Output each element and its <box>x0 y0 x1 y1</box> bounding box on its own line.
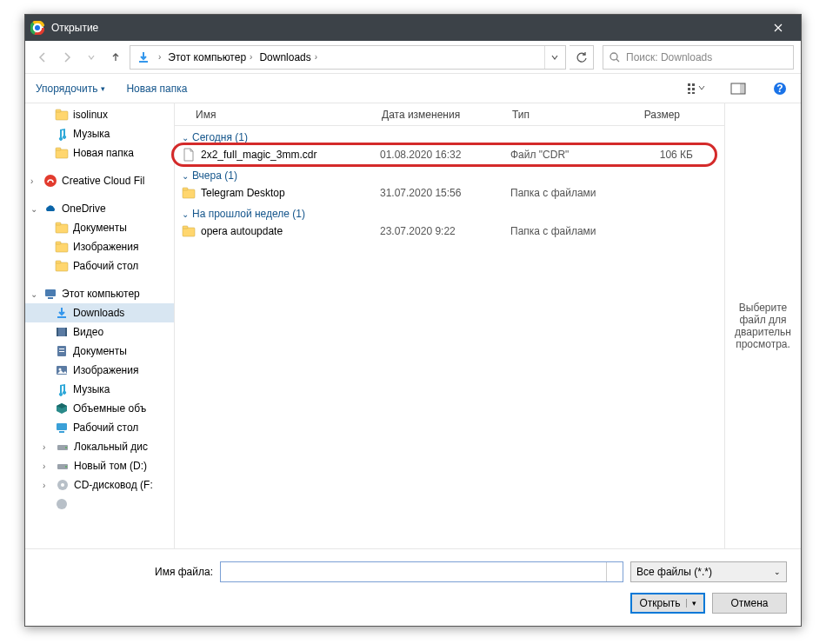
footer: Имя файла: Все файлы (*.*) ⌄ Открыть ▾ О… <box>25 548 801 626</box>
new-folder-button[interactable]: Новая папка <box>126 83 187 95</box>
search-input[interactable]: Поиск: Downloads <box>603 45 794 70</box>
svg-rect-20 <box>56 148 61 150</box>
file-icon <box>182 148 196 162</box>
tree-3d-objects[interactable]: Объемные объ <box>25 399 174 418</box>
svg-rect-8 <box>688 88 690 90</box>
svg-rect-22 <box>56 224 68 233</box>
svg-rect-7 <box>688 83 690 86</box>
svg-point-44 <box>65 466 67 468</box>
tree-od-desktop[interactable]: Рабочий стол <box>25 256 174 276</box>
tree-music-2[interactable]: Музыка <box>25 380 174 399</box>
tree-this-pc[interactable]: ⌄Этот компьютер <box>25 284 174 303</box>
svg-rect-28 <box>45 289 56 296</box>
nav-row: › Этот компьютер› Downloads› Поиск: Down… <box>25 41 801 74</box>
folder-icon <box>182 186 196 200</box>
svg-rect-5 <box>139 61 148 63</box>
svg-rect-12 <box>692 92 695 94</box>
col-type[interactable]: Тип <box>505 109 618 121</box>
svg-rect-36 <box>59 351 64 352</box>
cancel-button[interactable]: Отмена <box>712 593 787 614</box>
open-button[interactable]: Открыть ▾ <box>630 593 705 614</box>
titlebar: Открытие <box>25 15 801 41</box>
search-icon <box>609 51 621 63</box>
svg-point-4 <box>35 25 40 30</box>
tree-desktop[interactable]: Рабочий стол <box>25 418 174 437</box>
organize-menu[interactable]: Упорядочить▾ <box>36 83 105 95</box>
open-dialog: Открытие › Этот компьютер› Downloads› По… <box>24 14 802 627</box>
svg-point-21 <box>44 175 57 187</box>
svg-rect-35 <box>59 349 64 349</box>
tree-cd-drive[interactable]: ›CD-дисковод (F: <box>25 475 174 495</box>
tree-local-disk[interactable]: ›Локальный дис <box>25 437 174 456</box>
tree-video[interactable]: Видео <box>25 322 174 342</box>
svg-rect-17 <box>56 111 68 120</box>
tree-downloads[interactable]: Downloads <box>25 303 174 322</box>
tree-new-folder[interactable]: Новая папка <box>25 143 174 163</box>
tree-new-volume[interactable]: ›Новый том (D:) <box>25 456 174 475</box>
tree-images[interactable]: Изображения <box>25 361 174 380</box>
svg-text:?: ? <box>776 83 783 95</box>
close-button[interactable] <box>761 15 796 41</box>
tree-creative-cloud[interactable]: ›Creative Cloud Fil <box>25 171 174 190</box>
svg-rect-51 <box>183 226 188 229</box>
tree-od-images[interactable]: Изображения <box>25 237 174 256</box>
folder-opera[interactable]: opera autoupdate 23.07.2020 9:22 Папка с… <box>175 222 724 241</box>
svg-rect-29 <box>48 297 53 299</box>
preview-pane-button[interactable] <box>728 78 749 99</box>
forward-button[interactable] <box>57 47 77 68</box>
crumb-downloads[interactable]: Downloads› <box>256 51 321 63</box>
help-button[interactable]: ? <box>769 78 790 99</box>
tree-more[interactable] <box>25 495 174 514</box>
group-yesterday[interactable]: ⌄Вчера (1) <box>175 164 724 183</box>
view-mode-button[interactable] <box>686 78 707 99</box>
svg-rect-39 <box>57 423 67 430</box>
group-lastweek[interactable]: ⌄На прошлой неделе (1) <box>175 202 724 222</box>
svg-point-38 <box>59 368 62 371</box>
breadcrumb-dropdown[interactable] <box>544 46 563 69</box>
svg-rect-30 <box>57 316 66 318</box>
svg-point-46 <box>61 483 64 487</box>
folder-icon <box>182 224 196 238</box>
svg-rect-33 <box>65 328 67 336</box>
svg-rect-18 <box>56 110 61 112</box>
col-size[interactable]: Размер <box>618 109 688 121</box>
svg-rect-14 <box>740 83 745 94</box>
tree-documents[interactable]: Документы <box>25 342 174 361</box>
crumb-downloads-label: Downloads <box>259 51 310 63</box>
svg-rect-48 <box>183 189 195 198</box>
folder-telegram[interactable]: Telegram Desktop 31.07.2020 15:56 Папка … <box>175 183 724 202</box>
up-button[interactable] <box>105 47 126 68</box>
downloads-location-icon <box>134 48 153 67</box>
col-name[interactable]: Имя <box>175 109 375 121</box>
file-cdr[interactable]: 2x2_full_magic_3mm.cdr 01.08.2020 16:32 … <box>175 145 724 164</box>
col-date[interactable]: Дата изменения <box>375 109 505 121</box>
filetype-filter[interactable]: Все файлы (*.*) ⌄ <box>630 561 787 582</box>
svg-rect-27 <box>56 261 61 263</box>
toolbar: Упорядочить▾ Новая папка ? <box>25 74 801 103</box>
crumb-thispc[interactable]: Этот компьютер› <box>164 51 256 63</box>
new-folder-label: Новая папка <box>126 83 187 95</box>
tree-isolinux[interactable]: isolinux <box>25 105 174 124</box>
refresh-button[interactable] <box>570 45 594 70</box>
svg-rect-24 <box>56 243 68 252</box>
window-title: Открытие <box>51 22 761 34</box>
group-today[interactable]: ⌄Сегодня (1) <box>175 126 724 145</box>
organize-label: Упорядочить <box>36 83 97 95</box>
column-headers: Имя Дата изменения Тип Размер <box>175 103 724 126</box>
breadcrumb[interactable]: › Этот компьютер› Downloads› <box>130 45 566 70</box>
tree-od-docs[interactable]: Документы <box>25 218 174 237</box>
svg-rect-25 <box>56 242 61 244</box>
tree-onedrive[interactable]: ⌄OneDrive <box>25 199 174 218</box>
crumb-thispc-label: Этот компьютер <box>168 51 246 63</box>
svg-rect-19 <box>56 149 68 158</box>
tree-music-1[interactable]: Музыка <box>25 124 174 143</box>
svg-rect-32 <box>57 328 58 336</box>
svg-rect-50 <box>183 228 195 236</box>
svg-rect-49 <box>183 188 188 190</box>
tree-panel: isolinux Музыка Новая папка ›Creative Cl… <box>25 103 175 548</box>
recent-dropdown[interactable] <box>81 47 102 68</box>
chrome-icon <box>30 21 44 35</box>
file-list: Имя Дата изменения Тип Размер ⌄Сегодня (… <box>175 103 724 548</box>
back-button[interactable] <box>32 47 53 68</box>
filename-input[interactable] <box>220 561 623 582</box>
